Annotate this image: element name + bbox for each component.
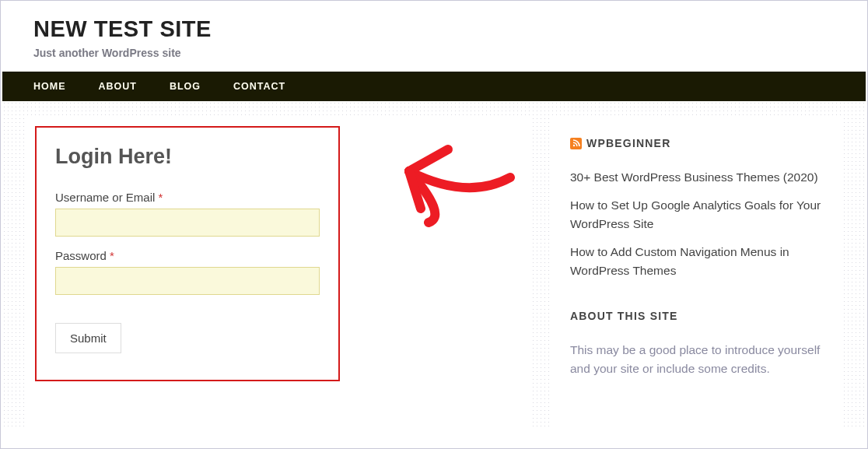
nav-home[interactable]: HOME (33, 81, 66, 92)
site-title[interactable]: NEW TEST SITE (33, 16, 835, 42)
username-field-wrap: Username or Email * (55, 191, 320, 237)
nav-contact[interactable]: CONTACT (233, 81, 285, 92)
required-mark: * (159, 191, 163, 204)
password-label: Password * (55, 249, 320, 262)
about-widget: ABOUT THIS SITE This may be a good place… (570, 310, 824, 378)
about-text: This may be a good place to introduce yo… (570, 341, 824, 378)
rss-item[interactable]: How to Add Custom Navigation Menus in Wo… (570, 243, 824, 280)
nav-about[interactable]: ABOUT (99, 81, 137, 92)
rss-widget: WPBEGINNER 30+ Best WordPress Business T… (570, 137, 824, 280)
annotation-arrow-icon (374, 131, 530, 243)
rss-widget-title: WPBEGINNER (570, 137, 824, 149)
login-title: Login Here! (55, 145, 320, 169)
svg-point-0 (572, 145, 574, 146)
username-label: Username or Email * (55, 191, 320, 204)
password-input[interactable] (55, 267, 320, 295)
required-mark: * (110, 249, 114, 262)
rss-item[interactable]: How to Set Up Google Analytics Goals for… (570, 196, 824, 233)
main-content-card: Login Here! Username or Email * Password… (24, 115, 531, 426)
site-header: NEW TEST SITE Just another WordPress sit… (2, 2, 866, 72)
sidebar: WPBEGINNER 30+ Best WordPress Business T… (550, 115, 844, 430)
primary-nav: HOME ABOUT BLOG CONTACT (2, 72, 866, 101)
login-form-highlight: Login Here! Username or Email * Password… (35, 126, 340, 381)
nav-blog[interactable]: BLOG (170, 81, 201, 92)
rss-item[interactable]: 30+ Best WordPress Business Themes (2020… (570, 168, 824, 187)
submit-button[interactable]: Submit (55, 323, 121, 353)
rss-icon[interactable] (570, 138, 582, 149)
username-input[interactable] (55, 209, 320, 237)
password-field-wrap: Password * (55, 249, 320, 295)
site-tagline: Just another WordPress site (33, 47, 835, 59)
about-widget-title: ABOUT THIS SITE (570, 310, 824, 322)
